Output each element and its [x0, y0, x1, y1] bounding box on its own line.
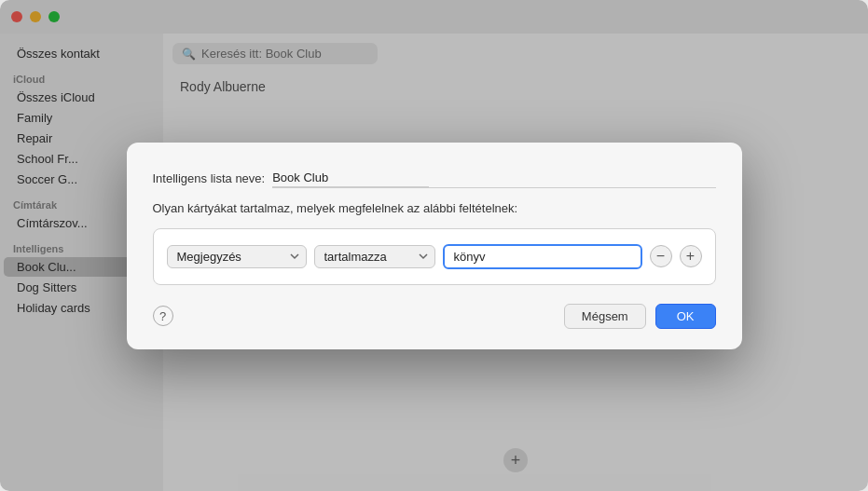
modal-overlay: Intelligens lista neve: Olyan kártyákat …: [0, 0, 868, 491]
modal-subtitle: Olyan kártyákat tartalmaz, melyek megfel…: [153, 201, 716, 215]
add-condition-button[interactable]: +: [680, 245, 702, 267]
modal-title-label: Intelligens lista neve:: [153, 171, 266, 185]
remove-condition-button[interactable]: −: [650, 245, 672, 267]
title-input-wrapper: [272, 169, 715, 188]
condition-row: Megjegyzés tartalmazza − +: [167, 244, 702, 269]
smart-list-name-input[interactable]: [272, 170, 429, 187]
modal-actions: Mégsem OK: [564, 304, 716, 329]
condition-field-select[interactable]: Megjegyzés: [167, 245, 307, 268]
condition-value-input[interactable]: [443, 244, 642, 269]
ok-button[interactable]: OK: [655, 304, 716, 329]
cancel-button[interactable]: Mégsem: [564, 304, 646, 329]
modal-title-row: Intelligens lista neve:: [153, 169, 716, 188]
smart-list-modal: Intelligens lista neve: Olyan kártyákat …: [127, 143, 742, 349]
help-button[interactable]: ?: [153, 306, 173, 326]
condition-box: Megjegyzés tartalmazza − +: [153, 228, 716, 285]
modal-footer: ? Mégsem OK: [153, 304, 716, 329]
condition-operator-select[interactable]: tartalmazza: [314, 245, 435, 268]
